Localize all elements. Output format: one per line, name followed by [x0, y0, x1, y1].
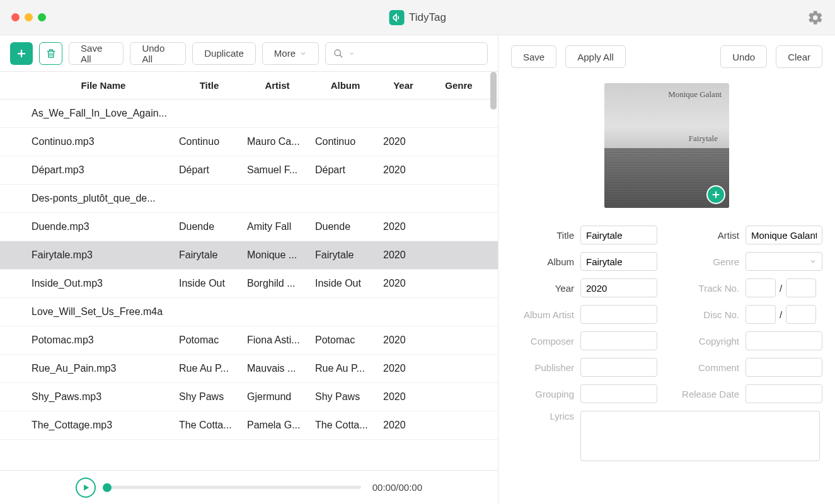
save-button[interactable]: Save [511, 45, 556, 68]
table-row[interactable]: Rue_Au_Pain.mp3Rue Au P...Mauvais ...Rue… [0, 355, 498, 383]
label-publisher: Publisher [511, 362, 574, 373]
input-composer[interactable] [580, 331, 657, 350]
cell-album: Rue Au P... [311, 363, 379, 374]
cell-year: 2020 [379, 221, 427, 232]
input-track-b[interactable] [786, 278, 816, 297]
cell-file-name: Potomac.mp3 [25, 335, 175, 346]
field-comment: Comment [676, 358, 822, 377]
header-title[interactable]: Title [175, 80, 243, 91]
table-row[interactable]: Potomac.mp3PotomacFiona Asti...Potomac20… [0, 326, 498, 355]
input-publisher[interactable] [580, 358, 657, 377]
cell-file-name: As_We_Fall_In_Love_Again... [25, 108, 175, 119]
input-artist[interactable] [746, 226, 822, 244]
clear-button[interactable]: Clear [776, 45, 822, 68]
titlebar: TidyTag [0, 0, 835, 35]
app-title-text: TidyTag [409, 11, 446, 24]
undo-button[interactable]: Undo [720, 45, 767, 68]
field-album-artist: Album Artist [511, 305, 657, 324]
label-title: Title [511, 230, 574, 241]
cell-file-name: Rue_Au_Pain.mp3 [25, 363, 175, 374]
label-disc-no: Disc No. [676, 309, 739, 320]
delete-button[interactable] [39, 42, 62, 65]
table-row[interactable]: Départ.mp3DépartSamuel F...Départ2020 [0, 156, 498, 185]
input-comment[interactable] [746, 358, 822, 377]
cell-year: 2020 [379, 136, 427, 147]
label-genre: Genre [676, 256, 739, 267]
chevron-down-icon [809, 258, 817, 265]
tag-form: Title Artist Album Genre [511, 226, 822, 461]
input-disc-b[interactable] [786, 305, 816, 324]
label-lyrics: Lyrics [511, 411, 574, 421]
save-all-label: Save All [81, 43, 112, 64]
chevron-down-icon [299, 50, 307, 57]
cell-file-name: Duende.mp3 [25, 221, 175, 232]
header-artist[interactable]: Artist [243, 80, 311, 91]
header-genre[interactable]: Genre [427, 80, 490, 91]
album-art-artist: Monique Galant [668, 89, 722, 100]
cell-title: The Cotta... [175, 420, 243, 431]
player-time: 00:00/00:00 [372, 482, 422, 493]
apply-all-button[interactable]: Apply All [565, 45, 626, 68]
undo-all-button[interactable]: Undo All [130, 42, 186, 65]
cell-artist: Borghild ... [243, 278, 311, 289]
field-track-no: Track No. / [676, 278, 816, 297]
input-track-a[interactable] [746, 278, 776, 297]
album-art[interactable]: Monique Galant Fairytale [604, 83, 729, 208]
more-button[interactable]: More [262, 42, 319, 65]
table-row[interactable]: Fairytale.mp3FairytaleMonique ...Fairyta… [0, 241, 498, 270]
table-row[interactable]: Shy_Paws.mp3Shy PawsGjermundShy Paws2020 [0, 383, 498, 411]
table-row[interactable]: Duende.mp3DuendeAmity FallDuende2020 [0, 213, 498, 241]
field-lyrics: Lyrics [511, 411, 820, 461]
header-file-name[interactable]: File Name [25, 80, 175, 91]
right-toolbar: Save Apply All Undo Clear [511, 45, 822, 68]
input-lyrics[interactable] [580, 411, 820, 461]
search-box[interactable] [325, 42, 488, 65]
save-all-button[interactable]: Save All [69, 42, 124, 65]
progress-slider[interactable] [107, 486, 361, 489]
header-album[interactable]: Album [311, 80, 379, 91]
minimize-window-button[interactable] [25, 13, 33, 21]
add-art-button[interactable] [706, 185, 725, 204]
input-album-artist[interactable] [580, 305, 657, 324]
add-button[interactable] [10, 42, 33, 65]
input-album[interactable] [580, 252, 657, 271]
cell-album: Fairytale [311, 249, 379, 261]
input-year[interactable] [580, 278, 657, 297]
input-grouping[interactable] [580, 384, 657, 403]
field-artist: Artist [676, 226, 822, 244]
table-row[interactable]: Love_Will_Set_Us_Free.m4a [0, 298, 498, 326]
play-button[interactable] [76, 478, 96, 498]
close-window-button[interactable] [11, 13, 20, 21]
svg-point-0 [335, 50, 340, 55]
field-publisher: Publisher [511, 358, 657, 377]
search-input[interactable] [360, 48, 480, 59]
table-body: As_We_Fall_In_Love_Again...Continuo.mp3C… [0, 100, 498, 440]
settings-button[interactable] [807, 9, 824, 26]
duplicate-label: Duplicate [204, 48, 244, 59]
table-row[interactable]: Inside_Out.mp3Inside OutBorghild ...Insi… [0, 270, 498, 298]
cell-title: Potomac [175, 335, 243, 346]
label-artist: Artist [676, 230, 739, 241]
table-row[interactable]: The_Cottage.mp3The Cotta...Pamela G...Th… [0, 411, 498, 440]
input-disc-a[interactable] [746, 305, 776, 324]
input-copyright[interactable] [746, 331, 822, 350]
duplicate-button[interactable]: Duplicate [192, 42, 256, 65]
table-row[interactable]: As_We_Fall_In_Love_Again... [0, 100, 498, 128]
player-bar: 00:00/00:00 [0, 470, 498, 504]
field-release-date: Release Date [676, 384, 822, 403]
app-title: TidyTag [389, 10, 446, 25]
input-release-date[interactable] [746, 384, 822, 403]
disc-slash: / [780, 309, 782, 320]
progress-thumb[interactable] [103, 483, 112, 492]
header-year[interactable]: Year [379, 80, 427, 91]
table-row[interactable]: Des-ponts_plutôt_que_de... [0, 185, 498, 213]
zoom-window-button[interactable] [38, 13, 46, 21]
input-title[interactable] [580, 226, 657, 244]
scrollbar-thumb[interactable] [490, 72, 497, 110]
field-grouping: Grouping [511, 384, 657, 403]
cell-artist: Pamela G... [243, 420, 311, 431]
table-row[interactable]: Continuo.mp3ContinuoMauro Ca...Continuo2… [0, 128, 498, 156]
select-genre[interactable] [746, 252, 822, 271]
cell-year: 2020 [379, 391, 427, 403]
field-album: Album [511, 252, 657, 271]
